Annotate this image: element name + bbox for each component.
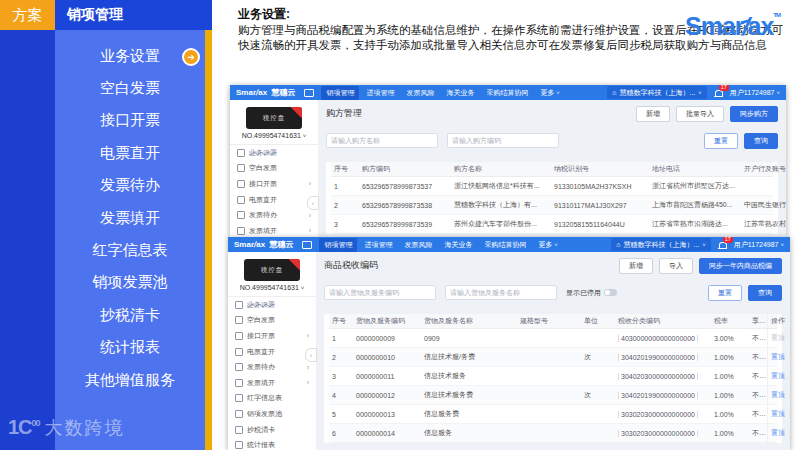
nav-output-management[interactable]: 销项管理 bbox=[321, 86, 359, 100]
user-menu[interactable]: 用户11724987˅ bbox=[734, 240, 784, 250]
tax-code-box[interactable]: 3040201990000000000 bbox=[618, 354, 698, 361]
table-cell: 0000000010 bbox=[353, 354, 421, 361]
search-button[interactable]: 查询 bbox=[744, 133, 778, 149]
tax-device-card[interactable]: 税控盘 bbox=[244, 259, 300, 281]
bell-icon[interactable]: 17 bbox=[717, 240, 728, 250]
sidebar-item-output-pool[interactable]: 销项发票池 bbox=[55, 267, 205, 299]
nav-customs[interactable]: 海关业务 bbox=[439, 238, 477, 252]
action-link[interactable]: 置顶 bbox=[771, 333, 785, 343]
add-button[interactable]: 新增 bbox=[636, 106, 670, 122]
company-selector[interactable]: ⌂ 慧穗数字科技（上海）... ˅ bbox=[611, 238, 711, 251]
batch-import-button[interactable]: 批量导入 bbox=[676, 106, 724, 122]
sidebar-item-tax-copy[interactable]: 抄税清卡 bbox=[55, 299, 205, 331]
action-link[interactable]: 编辑 bbox=[789, 371, 790, 381]
buyer-name-input[interactable] bbox=[326, 133, 438, 148]
monitor-icon[interactable] bbox=[302, 241, 312, 249]
mini-menu-item[interactable]: 发票待办› bbox=[228, 359, 316, 375]
sidebar-item-business-settings[interactable]: 业务设置 ➜ bbox=[55, 40, 205, 72]
nav-procurement[interactable]: 采购结算协同 bbox=[479, 238, 531, 252]
buyer-table: 序号购方编码购方名称纳税识别号地址电话开户行及账号操作⚙165329657899… bbox=[326, 162, 778, 234]
device-number[interactable]: NO.499954741631 ˅ bbox=[228, 284, 316, 297]
ops-cell: 置顶编辑删除 bbox=[767, 367, 790, 385]
table-header-row: 序号购方编码购方名称纳税识别号地址电话开户行及账号操作⚙ bbox=[331, 162, 773, 177]
goods-name-input[interactable] bbox=[445, 285, 557, 300]
nav-invoice-risk[interactable]: 发票风险 bbox=[399, 238, 437, 252]
tax-device-card[interactable]: 税控盘 bbox=[246, 107, 302, 129]
mini-menu-item[interactable]: 红字信息表 bbox=[228, 391, 316, 407]
mini-menu-item[interactable]: 电票直开 bbox=[230, 192, 318, 208]
sidebar-item-invoice-fill[interactable]: 发票填开 bbox=[55, 202, 205, 234]
buyer-code-input[interactable] bbox=[447, 133, 559, 148]
sidebar-item-invoice-todo[interactable]: 发票待办 bbox=[55, 170, 205, 202]
toggle-switch-icon[interactable] bbox=[604, 289, 617, 296]
mini-menu-item[interactable]: 空白发票 bbox=[228, 313, 316, 329]
mini-menu-item[interactable]: 接口开票› bbox=[230, 176, 318, 192]
mini-menu-item[interactable]: 销项发票池 bbox=[228, 406, 316, 422]
action-link[interactable]: 编辑 bbox=[789, 352, 790, 362]
tax-code-box[interactable]: 4030000000000000000 bbox=[618, 335, 698, 342]
active-arrow-icon[interactable]: ➜ bbox=[182, 48, 200, 66]
action-link[interactable]: 置顶 bbox=[771, 390, 785, 400]
sidebar-item-other-services[interactable]: 其他增值服务 bbox=[55, 364, 205, 396]
bell-icon[interactable]: 17 bbox=[713, 88, 724, 98]
mini-menu-item[interactable]: 发票待办› bbox=[230, 207, 318, 223]
nav-customs[interactable]: 海关业务 bbox=[441, 86, 479, 100]
sidebar-item-blank-invoice[interactable]: 空白发票 bbox=[55, 72, 205, 104]
action-link[interactable]: 编辑 bbox=[789, 428, 790, 438]
company-selector[interactable]: ⌂ 慧穗数字科技（上海）... ˅ bbox=[607, 86, 707, 99]
sidebar-item-statistics[interactable]: 统计报表 bbox=[55, 332, 205, 364]
mini-menu-item[interactable]: 业务设置 bbox=[228, 297, 316, 313]
nav-more[interactable]: 更多 ˅ bbox=[535, 86, 564, 100]
sync-year-codes-button[interactable]: 同步一年内商品税编 bbox=[699, 258, 782, 274]
document-icon bbox=[237, 227, 245, 235]
action-link[interactable]: 置顶 bbox=[771, 409, 785, 419]
goods-code-input[interactable] bbox=[324, 285, 436, 300]
mini-menu-item[interactable]: 电票直开 bbox=[228, 344, 316, 360]
action-link[interactable]: 置顶 bbox=[771, 371, 785, 381]
user-menu[interactable]: 用户11724987˅ bbox=[730, 88, 780, 98]
action-link[interactable]: 编辑 bbox=[789, 390, 790, 400]
nav-more[interactable]: 更多 ˅ bbox=[533, 238, 562, 252]
sidebar-item-red-letter[interactable]: 红字信息表 bbox=[55, 234, 205, 266]
sidebar-item-api-invoicing[interactable]: 接口开票 bbox=[55, 105, 205, 137]
mini-menu-item[interactable]: 统计报表 bbox=[228, 437, 316, 450]
tax-code-box[interactable]: 3030203000000000000 bbox=[618, 430, 698, 437]
plan-tab[interactable]: 方案 bbox=[0, 0, 55, 30]
mini-menu-item[interactable]: 空白发票 bbox=[230, 161, 318, 177]
reset-button[interactable]: 重置 bbox=[704, 133, 738, 149]
search-button[interactable]: 查询 bbox=[748, 285, 782, 301]
action-link[interactable]: 置顶 bbox=[771, 428, 785, 438]
nav-output-management[interactable]: 销项管理 bbox=[319, 238, 357, 252]
nav-procurement[interactable]: 采购结算协同 bbox=[481, 86, 533, 100]
tax-code-box[interactable]: 3040203000000000000 bbox=[618, 373, 698, 380]
mini-menu-item[interactable]: 抄税清卡 bbox=[228, 422, 316, 438]
device-number[interactable]: NO.499954741631 ˅ bbox=[230, 132, 318, 145]
collapse-handle[interactable]: ‹ bbox=[305, 348, 317, 362]
tax-code-box[interactable]: 3030203000000000000 bbox=[618, 411, 698, 418]
sync-buyers-button[interactable]: 同步购方 bbox=[730, 106, 778, 122]
show-disabled-toggle[interactable]: 显示已停用 bbox=[566, 288, 617, 298]
mini-menu-item[interactable]: 发票填开› bbox=[228, 375, 316, 391]
table-cell: 不享 bbox=[749, 409, 767, 419]
nav-invoice-risk[interactable]: 发票风险 bbox=[401, 86, 439, 100]
import-button[interactable]: 导入 bbox=[659, 258, 693, 274]
nav-input-management[interactable]: 进项管理 bbox=[359, 238, 397, 252]
action-link[interactable]: 编辑 bbox=[789, 333, 790, 343]
sidebar-item-einvoice-direct[interactable]: 电票直开 bbox=[55, 137, 205, 169]
tax-code-box[interactable]: 3040201990000000000 bbox=[618, 392, 698, 399]
add-button[interactable]: 新增 bbox=[619, 258, 653, 274]
column-header: 税率 bbox=[711, 316, 749, 326]
content-area: 商品税收编码 新增 导入 同步一年内商品税编 显示已停用 bbox=[316, 252, 790, 450]
chevron-down-icon: ˅ bbox=[303, 133, 307, 139]
monitor-icon[interactable] bbox=[304, 89, 314, 97]
column-header: 规格型号 bbox=[517, 316, 581, 326]
nav-input-management[interactable]: 进项管理 bbox=[361, 86, 399, 100]
mini-menu-item[interactable]: 业务设置 bbox=[230, 145, 318, 161]
collapse-handle[interactable]: ‹ bbox=[307, 196, 319, 210]
action-link[interactable]: 置顶 bbox=[771, 352, 785, 362]
action-link[interactable]: 编辑 bbox=[789, 409, 790, 419]
chevron-down-icon: ˅ bbox=[556, 90, 560, 96]
mini-menu-item[interactable]: 接口开票› bbox=[228, 328, 316, 344]
reset-button[interactable]: 重置 bbox=[708, 285, 742, 301]
mini-menu-item[interactable]: 发票填开› bbox=[230, 223, 318, 237]
